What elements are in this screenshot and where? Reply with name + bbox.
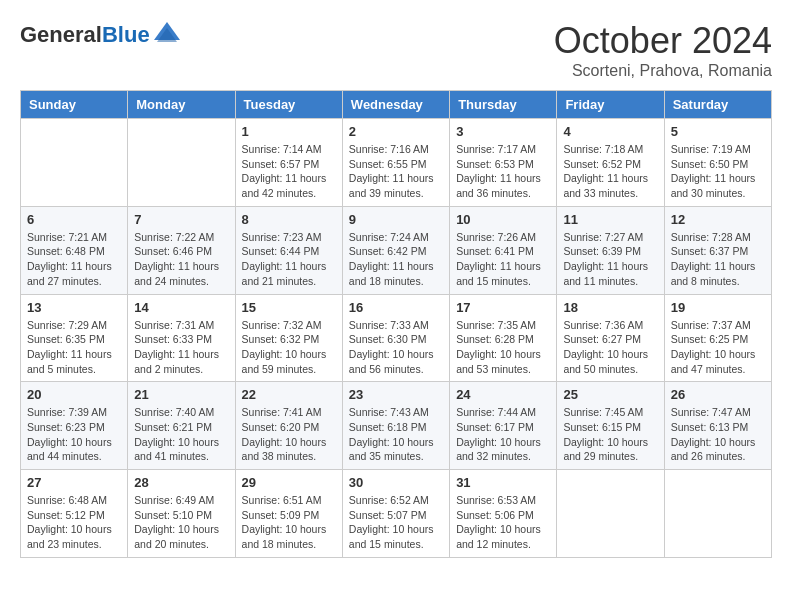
day-cell: 21Sunrise: 7:40 AMSunset: 6:21 PMDayligh… (128, 382, 235, 470)
day-number: 14 (134, 300, 228, 315)
weekday-header-row: SundayMondayTuesdayWednesdayThursdayFrid… (21, 91, 772, 119)
week-row-4: 20Sunrise: 7:39 AMSunset: 6:23 PMDayligh… (21, 382, 772, 470)
weekday-header-monday: Monday (128, 91, 235, 119)
day-info: Sunrise: 7:43 AMSunset: 6:18 PMDaylight:… (349, 405, 443, 464)
day-info: Sunrise: 7:40 AMSunset: 6:21 PMDaylight:… (134, 405, 228, 464)
day-cell: 12Sunrise: 7:28 AMSunset: 6:37 PMDayligh… (664, 206, 771, 294)
day-cell: 22Sunrise: 7:41 AMSunset: 6:20 PMDayligh… (235, 382, 342, 470)
day-number: 11 (563, 212, 657, 227)
day-number: 9 (349, 212, 443, 227)
day-cell: 3Sunrise: 7:17 AMSunset: 6:53 PMDaylight… (450, 119, 557, 207)
day-info: Sunrise: 7:37 AMSunset: 6:25 PMDaylight:… (671, 318, 765, 377)
day-number: 3 (456, 124, 550, 139)
logo-blue: Blue (102, 22, 150, 47)
day-info: Sunrise: 7:22 AMSunset: 6:46 PMDaylight:… (134, 230, 228, 289)
day-cell: 28Sunrise: 6:49 AMSunset: 5:10 PMDayligh… (128, 470, 235, 558)
day-info: Sunrise: 7:31 AMSunset: 6:33 PMDaylight:… (134, 318, 228, 377)
day-info: Sunrise: 7:19 AMSunset: 6:50 PMDaylight:… (671, 142, 765, 201)
day-info: Sunrise: 7:44 AMSunset: 6:17 PMDaylight:… (456, 405, 550, 464)
day-cell: 4Sunrise: 7:18 AMSunset: 6:52 PMDaylight… (557, 119, 664, 207)
day-number: 19 (671, 300, 765, 315)
day-info: Sunrise: 7:41 AMSunset: 6:20 PMDaylight:… (242, 405, 336, 464)
week-row-5: 27Sunrise: 6:48 AMSunset: 5:12 PMDayligh… (21, 470, 772, 558)
day-cell: 10Sunrise: 7:26 AMSunset: 6:41 PMDayligh… (450, 206, 557, 294)
day-number: 24 (456, 387, 550, 402)
day-info: Sunrise: 7:36 AMSunset: 6:27 PMDaylight:… (563, 318, 657, 377)
day-number: 4 (563, 124, 657, 139)
day-number: 28 (134, 475, 228, 490)
day-cell: 26Sunrise: 7:47 AMSunset: 6:13 PMDayligh… (664, 382, 771, 470)
weekday-header-sunday: Sunday (21, 91, 128, 119)
day-cell: 30Sunrise: 6:52 AMSunset: 5:07 PMDayligh… (342, 470, 449, 558)
day-cell: 6Sunrise: 7:21 AMSunset: 6:48 PMDaylight… (21, 206, 128, 294)
day-number: 8 (242, 212, 336, 227)
day-info: Sunrise: 7:23 AMSunset: 6:44 PMDaylight:… (242, 230, 336, 289)
day-number: 10 (456, 212, 550, 227)
day-number: 26 (671, 387, 765, 402)
day-cell: 9Sunrise: 7:24 AMSunset: 6:42 PMDaylight… (342, 206, 449, 294)
day-number: 6 (27, 212, 121, 227)
day-info: Sunrise: 6:52 AMSunset: 5:07 PMDaylight:… (349, 493, 443, 552)
day-cell: 19Sunrise: 7:37 AMSunset: 6:25 PMDayligh… (664, 294, 771, 382)
location-title: Scorteni, Prahova, Romania (554, 62, 772, 80)
logo: GeneralBlue (20, 20, 182, 50)
weekday-header-friday: Friday (557, 91, 664, 119)
week-row-2: 6Sunrise: 7:21 AMSunset: 6:48 PMDaylight… (21, 206, 772, 294)
week-row-1: 1Sunrise: 7:14 AMSunset: 6:57 PMDaylight… (21, 119, 772, 207)
day-info: Sunrise: 7:39 AMSunset: 6:23 PMDaylight:… (27, 405, 121, 464)
day-number: 1 (242, 124, 336, 139)
day-info: Sunrise: 6:49 AMSunset: 5:10 PMDaylight:… (134, 493, 228, 552)
week-row-3: 13Sunrise: 7:29 AMSunset: 6:35 PMDayligh… (21, 294, 772, 382)
weekday-header-saturday: Saturday (664, 91, 771, 119)
day-number: 18 (563, 300, 657, 315)
day-cell: 16Sunrise: 7:33 AMSunset: 6:30 PMDayligh… (342, 294, 449, 382)
day-number: 13 (27, 300, 121, 315)
day-cell: 5Sunrise: 7:19 AMSunset: 6:50 PMDaylight… (664, 119, 771, 207)
day-number: 5 (671, 124, 765, 139)
day-cell: 11Sunrise: 7:27 AMSunset: 6:39 PMDayligh… (557, 206, 664, 294)
day-cell: 29Sunrise: 6:51 AMSunset: 5:09 PMDayligh… (235, 470, 342, 558)
day-info: Sunrise: 7:45 AMSunset: 6:15 PMDaylight:… (563, 405, 657, 464)
day-info: Sunrise: 7:14 AMSunset: 6:57 PMDaylight:… (242, 142, 336, 201)
month-title: October 2024 (554, 20, 772, 62)
logo-general: General (20, 22, 102, 47)
day-cell: 24Sunrise: 7:44 AMSunset: 6:17 PMDayligh… (450, 382, 557, 470)
day-cell: 13Sunrise: 7:29 AMSunset: 6:35 PMDayligh… (21, 294, 128, 382)
day-info: Sunrise: 7:47 AMSunset: 6:13 PMDaylight:… (671, 405, 765, 464)
day-number: 12 (671, 212, 765, 227)
day-number: 23 (349, 387, 443, 402)
day-info: Sunrise: 7:18 AMSunset: 6:52 PMDaylight:… (563, 142, 657, 201)
weekday-header-thursday: Thursday (450, 91, 557, 119)
day-info: Sunrise: 7:17 AMSunset: 6:53 PMDaylight:… (456, 142, 550, 201)
day-info: Sunrise: 7:21 AMSunset: 6:48 PMDaylight:… (27, 230, 121, 289)
day-info: Sunrise: 7:16 AMSunset: 6:55 PMDaylight:… (349, 142, 443, 201)
day-number: 25 (563, 387, 657, 402)
day-number: 7 (134, 212, 228, 227)
day-number: 29 (242, 475, 336, 490)
day-cell (664, 470, 771, 558)
day-number: 17 (456, 300, 550, 315)
day-cell: 27Sunrise: 6:48 AMSunset: 5:12 PMDayligh… (21, 470, 128, 558)
day-cell (557, 470, 664, 558)
day-cell: 15Sunrise: 7:32 AMSunset: 6:32 PMDayligh… (235, 294, 342, 382)
day-cell: 23Sunrise: 7:43 AMSunset: 6:18 PMDayligh… (342, 382, 449, 470)
day-info: Sunrise: 7:28 AMSunset: 6:37 PMDaylight:… (671, 230, 765, 289)
page-header: GeneralBlue October 2024 Scorteni, Praho… (20, 20, 772, 80)
day-cell: 31Sunrise: 6:53 AMSunset: 5:06 PMDayligh… (450, 470, 557, 558)
day-info: Sunrise: 7:29 AMSunset: 6:35 PMDaylight:… (27, 318, 121, 377)
day-number: 31 (456, 475, 550, 490)
day-info: Sunrise: 6:48 AMSunset: 5:12 PMDaylight:… (27, 493, 121, 552)
day-cell: 1Sunrise: 7:14 AMSunset: 6:57 PMDaylight… (235, 119, 342, 207)
day-number: 21 (134, 387, 228, 402)
day-cell: 8Sunrise: 7:23 AMSunset: 6:44 PMDaylight… (235, 206, 342, 294)
day-info: Sunrise: 7:24 AMSunset: 6:42 PMDaylight:… (349, 230, 443, 289)
day-number: 2 (349, 124, 443, 139)
day-number: 27 (27, 475, 121, 490)
day-number: 20 (27, 387, 121, 402)
title-section: October 2024 Scorteni, Prahova, Romania (554, 20, 772, 80)
day-info: Sunrise: 6:53 AMSunset: 5:06 PMDaylight:… (456, 493, 550, 552)
calendar-table: SundayMondayTuesdayWednesdayThursdayFrid… (20, 90, 772, 558)
day-number: 15 (242, 300, 336, 315)
day-info: Sunrise: 7:35 AMSunset: 6:28 PMDaylight:… (456, 318, 550, 377)
day-number: 16 (349, 300, 443, 315)
